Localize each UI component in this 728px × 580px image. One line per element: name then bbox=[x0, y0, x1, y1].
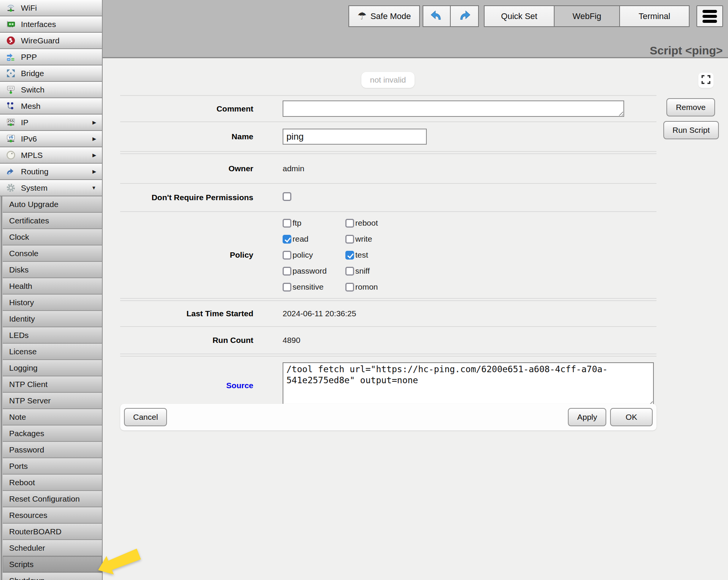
policy-option-sniff[interactable]: sniff bbox=[345, 266, 378, 276]
sidebar-item-wireguard[interactable]: WireGuard bbox=[0, 33, 103, 49]
run-script-button[interactable]: Run Script bbox=[663, 121, 719, 139]
last-time-started-row: Last Time Started 2024-06-11 20:36:25 bbox=[120, 300, 656, 326]
policy-option-label: sensitive bbox=[292, 282, 324, 292]
sidebar-item-ports[interactable]: Ports bbox=[3, 458, 103, 475]
dont-require-permissions-row: Don't Require Permissions bbox=[120, 183, 656, 211]
pointer-arrow bbox=[96, 546, 142, 578]
tab-quick-set[interactable]: Quick Set bbox=[484, 5, 555, 27]
tab-webfig[interactable]: WebFig bbox=[555, 5, 620, 27]
sidebar-item-history[interactable]: History bbox=[3, 295, 103, 311]
umbrella-icon: ☂ bbox=[358, 11, 367, 21]
policy-option-read[interactable]: read bbox=[283, 234, 345, 244]
policy-option-sensitive[interactable]: sensitive bbox=[283, 282, 345, 292]
bridge-icon bbox=[4, 68, 17, 79]
checkbox-romon[interactable] bbox=[345, 283, 354, 292]
undo-button[interactable] bbox=[423, 5, 451, 27]
policy-option-password[interactable]: password bbox=[283, 266, 345, 276]
action-button-bar: Cancel Apply OK bbox=[120, 404, 656, 430]
checkbox-write[interactable] bbox=[345, 235, 354, 244]
sidebar-item-routerboard[interactable]: RouterBOARD bbox=[3, 524, 103, 540]
hamburger-icon bbox=[703, 10, 717, 13]
hamburger-menu-button[interactable] bbox=[696, 5, 723, 27]
sidebar-item-leds[interactable]: LEDs bbox=[3, 327, 103, 344]
sidebar: WiFiInterfacesWireGuardPPPBridgeSwitchMe… bbox=[0, 0, 103, 580]
run-count-label: Run Count bbox=[120, 336, 253, 345]
sidebar-item-packages[interactable]: Packages bbox=[3, 425, 103, 442]
sidebar-item-logging[interactable]: Logging bbox=[3, 360, 103, 376]
ip-icon: 255 bbox=[4, 117, 17, 128]
checkbox-ftp[interactable] bbox=[283, 219, 291, 228]
sidebar-item-license[interactable]: License bbox=[3, 344, 103, 360]
sidebar-item-certificates[interactable]: Certificates bbox=[3, 213, 103, 229]
sidebar-item-auto-upgrade[interactable]: Auto Upgrade bbox=[3, 196, 103, 213]
sidebar-item-ntp-server[interactable]: NTP Server bbox=[3, 393, 103, 409]
checkbox-dont-require-permissions[interactable] bbox=[283, 192, 291, 201]
policy-option-romon[interactable]: romon bbox=[345, 282, 378, 292]
checkbox-sensitive[interactable] bbox=[283, 283, 291, 292]
checkbox-reboot[interactable] bbox=[345, 219, 354, 228]
run-count-value: 4890 bbox=[253, 336, 656, 345]
sidebar-item-mesh[interactable]: Mesh bbox=[0, 98, 103, 115]
sidebar-item-interfaces[interactable]: Interfaces bbox=[0, 16, 103, 33]
redo-icon bbox=[458, 8, 471, 24]
owner-value: admin bbox=[253, 164, 656, 173]
source-label: Source bbox=[120, 381, 253, 390]
top-header: ☂ Safe Mode Quick Set WebFig Terminal Sc… bbox=[103, 0, 728, 58]
sidebar-item-wifi[interactable]: WiFi bbox=[0, 0, 103, 16]
redo-button[interactable] bbox=[451, 5, 479, 27]
policy-option-ftp[interactable]: ftp bbox=[283, 218, 345, 228]
safe-mode-button[interactable]: ☂ Safe Mode bbox=[348, 5, 420, 27]
policy-option-write[interactable]: write bbox=[345, 234, 378, 244]
checkbox-sniff[interactable] bbox=[345, 267, 354, 276]
source-textarea[interactable]: /tool fetch url="https://hc-ping.com/620… bbox=[283, 362, 654, 406]
apply-button[interactable]: Apply bbox=[568, 408, 606, 426]
sidebar-item-bridge[interactable]: Bridge bbox=[0, 65, 103, 82]
name-input[interactable] bbox=[283, 129, 427, 145]
mpls-icon bbox=[4, 150, 17, 161]
sidebar-item-label: Bridge bbox=[21, 69, 44, 78]
interfaces-icon bbox=[4, 19, 17, 30]
sidebar-item-shutdown[interactable]: Shutdown bbox=[3, 573, 103, 580]
policy-option-reboot[interactable]: reboot bbox=[345, 218, 378, 228]
sidebar-item-label: MPLS bbox=[21, 151, 43, 160]
sidebar-item-mpls[interactable]: MPLS▶ bbox=[0, 147, 103, 164]
sidebar-item-resources[interactable]: Resources bbox=[3, 507, 103, 524]
cancel-button[interactable]: Cancel bbox=[124, 408, 167, 426]
policy-option-policy[interactable]: policy bbox=[283, 250, 345, 260]
checkbox-read[interactable] bbox=[283, 235, 291, 244]
checkbox-policy[interactable] bbox=[283, 251, 291, 260]
tab-terminal[interactable]: Terminal bbox=[620, 5, 690, 27]
sidebar-item-label: Interfaces bbox=[21, 20, 56, 29]
sidebar-item-ntp-client[interactable]: NTP Client bbox=[3, 376, 103, 393]
sidebar-item-system[interactable]: System▼ bbox=[0, 180, 103, 196]
comment-input[interactable] bbox=[283, 100, 624, 117]
sidebar-item-reboot[interactable]: Reboot bbox=[3, 475, 103, 491]
sidebar-item-scripts[interactable]: Scripts bbox=[3, 556, 103, 573]
chevron-right-icon: ▶ bbox=[92, 120, 96, 125]
policy-label: Policy bbox=[120, 250, 253, 260]
sidebar-item-health[interactable]: Health bbox=[3, 278, 103, 295]
fullscreen-button[interactable] bbox=[698, 73, 714, 88]
sidebar-item-switch[interactable]: Switch bbox=[0, 82, 103, 98]
sidebar-item-note[interactable]: Note bbox=[3, 409, 103, 425]
sidebar-item-disks[interactable]: Disks bbox=[3, 262, 103, 278]
sidebar-item-clock[interactable]: Clock bbox=[3, 229, 103, 245]
checkbox-password[interactable] bbox=[283, 267, 291, 276]
sidebar-item-label: Mesh bbox=[21, 102, 40, 111]
sidebar-item-console[interactable]: Console bbox=[3, 245, 103, 262]
sidebar-item-identity[interactable]: Identity bbox=[3, 311, 103, 327]
policy-option-test[interactable]: test bbox=[345, 250, 378, 260]
remove-button[interactable]: Remove bbox=[666, 98, 715, 116]
sidebar-item-routing[interactable]: Routing▶ bbox=[0, 164, 103, 180]
checkbox-test[interactable] bbox=[345, 251, 354, 260]
system-icon bbox=[4, 182, 17, 194]
sidebar-item-ipv6[interactable]: v6IPv6▶ bbox=[0, 131, 103, 147]
safe-mode-label: Safe Mode bbox=[370, 11, 411, 21]
sidebar-item-ip[interactable]: 255IP▶ bbox=[0, 115, 103, 131]
svg-text:v6: v6 bbox=[8, 135, 13, 139]
sidebar-item-reset-configuration[interactable]: Reset Configuration bbox=[3, 491, 103, 507]
sidebar-item-ppp[interactable]: PPP bbox=[0, 49, 103, 65]
ok-button[interactable]: OK bbox=[610, 408, 653, 426]
sidebar-item-scheduler[interactable]: Scheduler bbox=[3, 540, 103, 556]
sidebar-item-password[interactable]: Password bbox=[3, 442, 103, 458]
